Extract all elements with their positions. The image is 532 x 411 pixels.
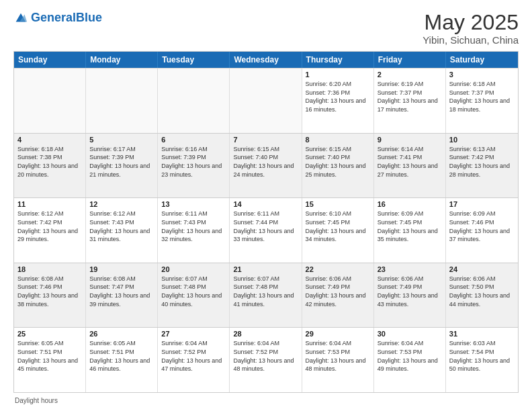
page: GeneralBlue May 2025 Yibin, Sichuan, Chi… <box>0 0 532 411</box>
day-number: 16 <box>378 200 442 208</box>
calendar-subtitle: Yibin, Sichuan, China <box>423 34 519 46</box>
cell-info: Sunrise: 6:04 AMSunset: 7:52 PMDaylight:… <box>233 339 298 373</box>
day-number: 20 <box>161 265 226 273</box>
cell-info: Sunrise: 6:17 AMSunset: 7:39 PMDaylight:… <box>89 145 154 179</box>
day-number: 25 <box>17 330 82 338</box>
day-number: 26 <box>89 330 154 338</box>
day-number: 14 <box>233 200 298 208</box>
cell-info: Sunrise: 6:10 AMSunset: 7:45 PMDaylight:… <box>306 210 370 243</box>
calendar-cell: 22Sunrise: 6:06 AMSunset: 7:49 PMDayligh… <box>302 263 374 328</box>
day-number: 30 <box>378 330 442 338</box>
calendar-cell: 27Sunrise: 6:04 AMSunset: 7:52 PMDayligh… <box>158 328 230 392</box>
calendar-cell: 14Sunrise: 6:11 AMSunset: 7:44 PMDayligh… <box>230 198 302 263</box>
cell-info: Sunrise: 6:04 AMSunset: 7:53 PMDaylight:… <box>306 339 370 373</box>
day-number: 1 <box>306 71 370 79</box>
cell-info: Sunrise: 6:13 AMSunset: 7:42 PMDaylight:… <box>449 145 515 179</box>
calendar-title: May 2025 <box>423 11 519 34</box>
cell-info: Sunrise: 6:14 AMSunset: 7:41 PMDaylight:… <box>378 145 442 179</box>
calendar-cell: 9Sunrise: 6:14 AMSunset: 7:41 PMDaylight… <box>374 134 446 198</box>
day-number: 15 <box>306 200 370 208</box>
calendar-cell: 20Sunrise: 6:07 AMSunset: 7:48 PMDayligh… <box>158 263 230 328</box>
day-number: 31 <box>449 330 515 338</box>
cell-info: Sunrise: 6:04 AMSunset: 7:52 PMDaylight:… <box>161 339 226 373</box>
weekday-header-friday: Friday <box>374 52 446 68</box>
weekday-header-sunday: Sunday <box>14 52 86 68</box>
calendar-row-5: 25Sunrise: 6:05 AMSunset: 7:51 PMDayligh… <box>14 327 518 392</box>
calendar-cell: 8Sunrise: 6:15 AMSunset: 7:40 PMDaylight… <box>302 134 374 198</box>
day-number: 13 <box>161 200 226 208</box>
calendar-cell: 11Sunrise: 6:12 AMSunset: 7:42 PMDayligh… <box>14 198 86 263</box>
calendar-cell: 23Sunrise: 6:06 AMSunset: 7:49 PMDayligh… <box>374 263 446 328</box>
weekday-header-thursday: Thursday <box>302 52 374 68</box>
cell-info: Sunrise: 6:11 AMSunset: 7:44 PMDaylight:… <box>233 210 298 243</box>
cell-info: Sunrise: 6:04 AMSunset: 7:53 PMDaylight:… <box>378 339 442 373</box>
calendar-cell: 1Sunrise: 6:20 AMSunset: 7:36 PMDaylight… <box>302 68 374 133</box>
cell-info: Sunrise: 6:05 AMSunset: 7:51 PMDaylight:… <box>17 339 82 373</box>
day-number: 19 <box>89 265 154 273</box>
calendar-cell: 24Sunrise: 6:06 AMSunset: 7:50 PMDayligh… <box>446 263 518 328</box>
cell-info: Sunrise: 6:06 AMSunset: 7:50 PMDaylight:… <box>449 275 515 308</box>
calendar-cell: 15Sunrise: 6:10 AMSunset: 7:45 PMDayligh… <box>302 198 374 263</box>
cell-info: Sunrise: 6:12 AMSunset: 7:42 PMDaylight:… <box>17 210 82 243</box>
calendar-cell <box>230 68 302 133</box>
day-number: 7 <box>233 136 298 144</box>
day-number: 23 <box>378 265 442 273</box>
day-number: 3 <box>449 71 515 79</box>
cell-info: Sunrise: 6:03 AMSunset: 7:54 PMDaylight:… <box>449 339 515 373</box>
day-number: 22 <box>306 265 370 273</box>
calendar-row-1: 1Sunrise: 6:20 AMSunset: 7:36 PMDaylight… <box>14 68 518 133</box>
calendar-cell: 4Sunrise: 6:18 AMSunset: 7:38 PMDaylight… <box>14 134 86 198</box>
calendar-cell: 3Sunrise: 6:18 AMSunset: 7:37 PMDaylight… <box>446 68 518 133</box>
logo: GeneralBlue <box>13 11 102 26</box>
calendar-row-4: 18Sunrise: 6:08 AMSunset: 7:46 PMDayligh… <box>14 263 518 328</box>
day-number: 11 <box>17 200 82 208</box>
calendar-cell: 19Sunrise: 6:08 AMSunset: 7:47 PMDayligh… <box>86 263 158 328</box>
header: GeneralBlue May 2025 Yibin, Sichuan, Chi… <box>13 11 519 46</box>
calendar-cell <box>158 68 230 133</box>
day-number: 6 <box>161 136 226 144</box>
calendar-cell: 29Sunrise: 6:04 AMSunset: 7:53 PMDayligh… <box>302 328 374 392</box>
calendar-cell: 21Sunrise: 6:07 AMSunset: 7:48 PMDayligh… <box>230 263 302 328</box>
cell-info: Sunrise: 6:09 AMSunset: 7:45 PMDaylight:… <box>378 210 442 243</box>
calendar-cell: 13Sunrise: 6:11 AMSunset: 7:43 PMDayligh… <box>158 198 230 263</box>
cell-info: Sunrise: 6:15 AMSunset: 7:40 PMDaylight:… <box>233 145 298 179</box>
generalblue-logo-icon <box>13 11 28 26</box>
calendar-cell: 10Sunrise: 6:13 AMSunset: 7:42 PMDayligh… <box>446 134 518 198</box>
calendar-cell: 26Sunrise: 6:05 AMSunset: 7:51 PMDayligh… <box>86 328 158 392</box>
cell-info: Sunrise: 6:06 AMSunset: 7:49 PMDaylight:… <box>306 275 370 308</box>
cell-info: Sunrise: 6:05 AMSunset: 7:51 PMDaylight:… <box>89 339 154 373</box>
logo-text: GeneralBlue <box>31 11 102 25</box>
calendar-cell: 7Sunrise: 6:15 AMSunset: 7:40 PMDaylight… <box>230 134 302 198</box>
weekday-header-tuesday: Tuesday <box>158 52 230 68</box>
day-number: 4 <box>17 136 82 144</box>
day-number: 27 <box>161 330 226 338</box>
calendar-cell <box>86 68 158 133</box>
calendar-cell: 25Sunrise: 6:05 AMSunset: 7:51 PMDayligh… <box>14 328 86 392</box>
weekday-header-monday: Monday <box>86 52 158 68</box>
cell-info: Sunrise: 6:20 AMSunset: 7:36 PMDaylight:… <box>306 80 370 113</box>
day-number: 29 <box>306 330 370 338</box>
cell-info: Sunrise: 6:06 AMSunset: 7:49 PMDaylight:… <box>378 275 442 308</box>
cell-info: Sunrise: 6:16 AMSunset: 7:39 PMDaylight:… <box>161 145 226 179</box>
day-number: 17 <box>449 200 515 208</box>
calendar-cell: 31Sunrise: 6:03 AMSunset: 7:54 PMDayligh… <box>446 328 518 392</box>
calendar-cell: 2Sunrise: 6:19 AMSunset: 7:37 PMDaylight… <box>374 68 446 133</box>
calendar-cell: 17Sunrise: 6:09 AMSunset: 7:46 PMDayligh… <box>446 198 518 263</box>
calendar-cell: 18Sunrise: 6:08 AMSunset: 7:46 PMDayligh… <box>14 263 86 328</box>
calendar-header: SundayMondayTuesdayWednesdayThursdayFrid… <box>14 52 518 68</box>
day-number: 12 <box>89 200 154 208</box>
calendar-cell: 5Sunrise: 6:17 AMSunset: 7:39 PMDaylight… <box>86 134 158 198</box>
cell-info: Sunrise: 6:08 AMSunset: 7:46 PMDaylight:… <box>17 275 82 308</box>
day-number: 28 <box>233 330 298 338</box>
cell-info: Sunrise: 6:18 AMSunset: 7:38 PMDaylight:… <box>17 145 82 179</box>
title-block: May 2025 Yibin, Sichuan, China <box>423 11 519 46</box>
day-number: 24 <box>449 265 515 273</box>
calendar-row-2: 4Sunrise: 6:18 AMSunset: 7:38 PMDaylight… <box>14 133 518 198</box>
day-number: 5 <box>89 136 154 144</box>
cell-info: Sunrise: 6:18 AMSunset: 7:37 PMDaylight:… <box>449 80 515 113</box>
cell-info: Sunrise: 6:08 AMSunset: 7:47 PMDaylight:… <box>89 275 154 308</box>
cell-info: Sunrise: 6:09 AMSunset: 7:46 PMDaylight:… <box>449 210 515 243</box>
weekday-header-wednesday: Wednesday <box>230 52 302 68</box>
day-number: 8 <box>306 136 370 144</box>
calendar-cell: 16Sunrise: 6:09 AMSunset: 7:45 PMDayligh… <box>374 198 446 263</box>
